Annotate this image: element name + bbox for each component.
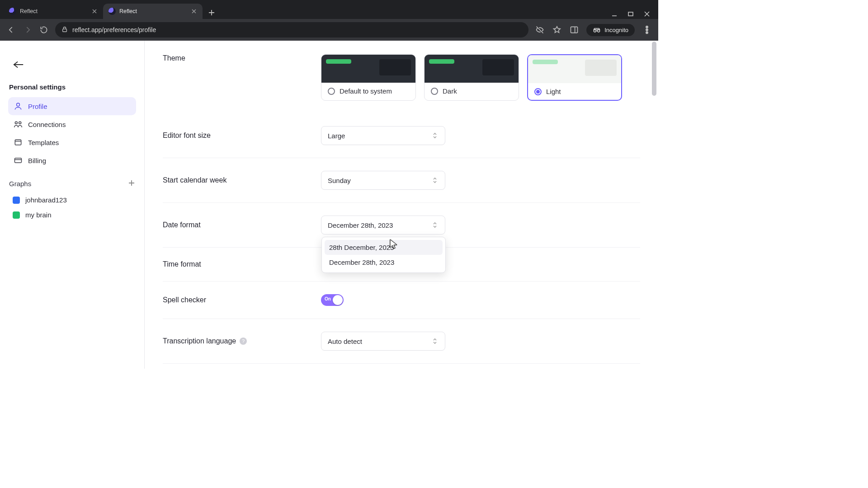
setting-label: Theme [163, 54, 321, 62]
eye-off-icon[interactable] [535, 25, 545, 35]
close-icon[interactable] [91, 8, 98, 14]
setting-label: Date format [163, 221, 321, 229]
maximize-icon[interactable] [627, 11, 634, 19]
svg-point-9 [15, 122, 17, 124]
svg-point-3 [594, 29, 596, 32]
theme-option-system[interactable]: Default to system [321, 54, 416, 101]
sidebar-item-templates[interactable]: Templates [8, 133, 136, 151]
tab-strip: Reflect Reflect [0, 0, 658, 19]
theme-option-label: Default to system [340, 87, 392, 95]
new-tab-button[interactable] [205, 6, 218, 19]
address-bar[interactable]: reflect.app/preferences/profile [55, 22, 528, 38]
toggle-state-label: On [325, 296, 331, 301]
svg-rect-11 [15, 140, 21, 145]
select-value: December 28th, 2023 [328, 221, 393, 229]
settings-sidebar: Personal settings Profile Connections Te… [0, 41, 145, 369]
svg-point-8 [17, 103, 20, 106]
browser-tab-1[interactable]: Reflect [103, 4, 203, 19]
setting-label: Spell checker [163, 296, 321, 304]
dropdown-option[interactable]: 28th December, 2023 [325, 240, 443, 255]
font-size-select[interactable]: Large [321, 126, 445, 145]
window-controls [611, 11, 655, 19]
sidebar-item-label: Connections [28, 121, 66, 128]
chevron-updown-icon [432, 221, 439, 229]
incognito-icon [593, 27, 601, 33]
radio-icon [431, 88, 438, 95]
vertical-scrollbar[interactable] [651, 42, 657, 368]
setting-row-transcription-helper: Transcription helper text ? e.g. 'Vojtec… [163, 364, 640, 369]
option-label: 28th December, 2023 [329, 244, 394, 251]
setting-row-spell-checker: Spell checker On [163, 282, 640, 319]
theme-option-label: Dark [443, 87, 457, 95]
date-format-select[interactable]: December 28th, 2023 28th December, 2023 … [321, 216, 445, 235]
setting-row-font-size: Editor font size Large [163, 113, 640, 158]
templates-icon [14, 138, 23, 147]
browser-toolbar: reflect.app/preferences/profile Incognit… [0, 19, 658, 41]
setting-label: Time format [163, 260, 321, 268]
svg-point-4 [598, 29, 600, 32]
toggle-knob [333, 295, 343, 305]
graph-item[interactable]: johnbarad123 [8, 192, 136, 207]
url-text: reflect.app/preferences/profile [72, 26, 156, 33]
graphs-heading: Graphs [9, 180, 31, 188]
reflect-preferences-page: Personal settings Profile Connections Te… [0, 41, 658, 369]
add-graph-button[interactable] [128, 179, 135, 188]
browser-tab-0[interactable]: Reflect [4, 4, 103, 19]
theme-option-dark[interactable]: Dark [424, 54, 519, 101]
back-button[interactable] [11, 57, 26, 72]
browser-chrome: Reflect Reflect [0, 0, 658, 41]
side-panel-icon[interactable] [569, 25, 579, 35]
setting-label: Transcription language ? [163, 337, 321, 345]
setting-label: Start calendar week [163, 176, 321, 184]
transcription-language-select[interactable]: Auto detect [321, 332, 445, 351]
minimize-icon[interactable] [611, 11, 618, 19]
sidebar-item-billing[interactable]: Billing [8, 151, 136, 169]
spell-checker-toggle[interactable]: On [321, 294, 344, 306]
setting-row-transcription-language: Transcription language ? Auto detect [163, 319, 640, 364]
date-format-dropdown: 28th December, 2023 December 28th, 2023 [321, 237, 446, 273]
svg-rect-1 [63, 29, 67, 32]
lock-icon [61, 26, 68, 34]
kebab-menu-icon[interactable] [642, 25, 652, 35]
incognito-label: Incognito [604, 27, 628, 33]
theme-thumbnail [321, 55, 415, 83]
graph-color-swatch [13, 211, 20, 219]
incognito-indicator[interactable]: Incognito [586, 24, 635, 36]
nav-back-icon[interactable] [6, 25, 16, 35]
svg-point-10 [19, 122, 21, 124]
connections-icon [14, 120, 23, 129]
sidebar-item-connections[interactable]: Connections [8, 115, 136, 133]
theme-option-label: Light [546, 88, 561, 95]
nav-forward-icon[interactable] [23, 25, 33, 35]
select-value: Auto detect [328, 338, 362, 345]
theme-thumbnail [425, 55, 519, 83]
close-window-icon[interactable] [644, 11, 650, 19]
theme-thumbnail [528, 55, 621, 83]
select-value: Large [328, 132, 345, 140]
user-icon [14, 102, 23, 111]
svg-rect-2 [571, 27, 578, 33]
dropdown-option[interactable]: December 28th, 2023 [325, 255, 443, 270]
toolbar-right: Incognito [535, 24, 652, 36]
select-value: Sunday [328, 177, 351, 184]
scrollbar-thumb[interactable] [652, 42, 656, 96]
setting-row-theme: Theme Default to system Dark [163, 41, 640, 113]
graph-item[interactable]: my brain [8, 207, 136, 222]
svg-rect-12 [15, 158, 22, 163]
setting-row-date-format: Date format December 28th, 2023 28th Dec… [163, 203, 640, 248]
theme-options: Default to system Dark Light [321, 54, 640, 101]
close-icon[interactable] [191, 8, 197, 14]
reload-icon[interactable] [39, 25, 49, 35]
option-label: December 28th, 2023 [329, 258, 394, 266]
help-icon[interactable]: ? [240, 338, 247, 345]
tab-title: Reflect [20, 8, 88, 14]
sidebar-item-profile[interactable]: Profile [8, 97, 136, 115]
start-week-select[interactable]: Sunday [321, 171, 445, 190]
theme-option-light[interactable]: Light [527, 54, 622, 101]
tab-title: Reflect [119, 8, 187, 14]
star-icon[interactable] [552, 25, 562, 35]
chevron-updown-icon [432, 176, 439, 184]
billing-icon [14, 156, 23, 165]
reflect-favicon [108, 8, 116, 15]
sidebar-item-label: Profile [28, 103, 47, 110]
